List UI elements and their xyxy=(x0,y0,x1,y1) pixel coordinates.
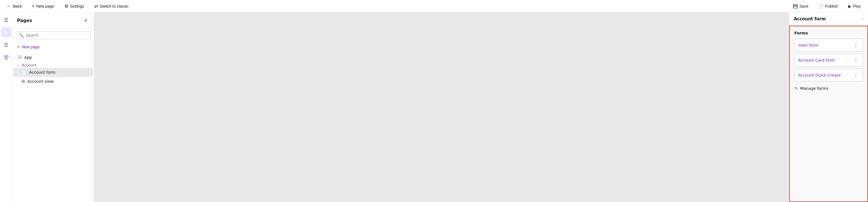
tree-item-account[interactable]: ⌄ Account xyxy=(12,62,94,68)
settings-label: Settings xyxy=(70,4,84,8)
chevron-down-icon: ⌄ xyxy=(17,63,20,67)
list-icon[interactable]: ☰ xyxy=(1,39,11,50)
publish-icon: 📄 xyxy=(818,4,824,8)
topbar-left: ← Back + New page ⚙ Settings ⇄ Switch to… xyxy=(4,2,783,10)
tree-item-account-view[interactable]: ⊞ Account view xyxy=(13,77,93,86)
search-input[interactable] xyxy=(26,33,88,37)
account-view-label: Account view xyxy=(27,79,88,84)
right-panel-body: Forms main form ⋮ Account Card form ⋮ Ac… xyxy=(789,26,868,202)
play-icon: ▶ xyxy=(848,4,851,8)
publish-label: Publish xyxy=(825,4,838,8)
search-icon: 🔍 xyxy=(19,33,24,37)
new-page-label: New page xyxy=(36,4,54,8)
hamburger-icon[interactable]: ☰ xyxy=(1,15,11,25)
main-layout: ☰ 📄 ☰ 👚 Pages ✕ 🔍 + New page ☷ App ⌄ xyxy=(0,12,868,202)
page-icon[interactable]: 📄 xyxy=(1,27,11,37)
new-page-plus-icon: + xyxy=(17,45,20,50)
forms-section-label: Forms xyxy=(794,31,863,35)
form-item-label-1: Account Card form xyxy=(798,58,835,62)
form-item-label-2: Account Quick Create xyxy=(798,73,841,78)
manage-forms-label: Manage forms xyxy=(800,86,829,91)
data-icon[interactable]: 👚 xyxy=(1,52,11,62)
form-item-menu-button-2[interactable]: ⋮ xyxy=(852,72,859,78)
form-item-menu-button-0[interactable]: ⋮ xyxy=(852,42,859,48)
plus-icon: + xyxy=(32,4,34,9)
new-page-sidebar-label: New page xyxy=(22,45,39,49)
sidebar-title: Pages xyxy=(17,18,32,23)
sidebar: Pages ✕ 🔍 + New page ☷ App ⌄ Account xyxy=(12,12,94,202)
account-label: Account xyxy=(22,63,37,67)
manage-forms-link[interactable]: ✎ Manage forms xyxy=(794,84,863,93)
play-label: Play xyxy=(853,4,861,8)
switch-classic-label: Switch to classic xyxy=(100,4,129,8)
form-item-menu-button-1[interactable]: ⋮ xyxy=(852,57,859,63)
save-button[interactable]: 💾 Save xyxy=(790,3,811,9)
right-panel-chevron-icon[interactable]: › xyxy=(862,17,864,21)
canvas-area xyxy=(94,12,789,202)
topbar-right: 💾 Save 📄 Publish ▶ Play xyxy=(790,3,864,9)
topbar: ← Back + New page ⚙ Settings ⇄ Switch to… xyxy=(0,0,868,12)
search-box: 🔍 xyxy=(16,31,91,39)
tree-item-account-form[interactable]: 📄 Account form xyxy=(13,68,93,77)
form-item-label-0: main form xyxy=(798,43,818,48)
back-label: Back xyxy=(13,4,22,8)
sidebar-header: Pages ✕ xyxy=(12,12,94,29)
save-label: Save xyxy=(799,4,808,8)
back-icon: ← xyxy=(7,4,11,9)
form-item-1[interactable]: Account Card form ⋮ xyxy=(794,54,863,66)
publish-button[interactable]: 📄 Publish xyxy=(816,3,841,9)
form-item-2[interactable]: Account Quick Create ⋮ xyxy=(794,69,863,81)
app-icon: ☷ xyxy=(18,55,22,60)
account-form-label: Account form xyxy=(29,70,88,75)
switch-classic-button[interactable]: ⇄ Switch to classic xyxy=(92,2,131,10)
right-panel: Account form › Forms main form ⋮ Account… xyxy=(789,12,868,202)
switch-icon: ⇄ xyxy=(94,3,98,9)
forms-list: main form ⋮ Account Card form ⋮ Account … xyxy=(794,39,863,81)
right-panel-title: Account form xyxy=(794,17,826,22)
sidebar-tree: ☷ App ⌄ Account 📄 Account form ⊞ Account… xyxy=(12,52,94,202)
back-button[interactable]: ← Back xyxy=(4,3,24,10)
icon-rail: ☰ 📄 ☰ 👚 xyxy=(0,12,12,202)
edit-icon: ✎ xyxy=(794,86,798,91)
settings-button[interactable]: ⚙ Settings xyxy=(62,2,87,10)
right-panel-header: Account form › xyxy=(789,12,868,26)
sidebar-close-button[interactable]: ✕ xyxy=(82,17,90,24)
play-button[interactable]: ▶ Play xyxy=(845,3,864,9)
gear-icon: ⚙ xyxy=(64,3,68,9)
form-item-0[interactable]: main form ⋮ xyxy=(794,39,863,51)
app-label: App xyxy=(24,55,88,60)
new-page-sidebar-button[interactable]: + New page xyxy=(12,42,94,52)
new-page-button[interactable]: + New page xyxy=(30,3,56,10)
form-icon: 📄 xyxy=(22,70,27,75)
save-icon: 💾 xyxy=(793,4,798,8)
view-icon: ⊞ xyxy=(22,79,25,84)
tree-item-app[interactable]: ☷ App xyxy=(13,53,93,62)
